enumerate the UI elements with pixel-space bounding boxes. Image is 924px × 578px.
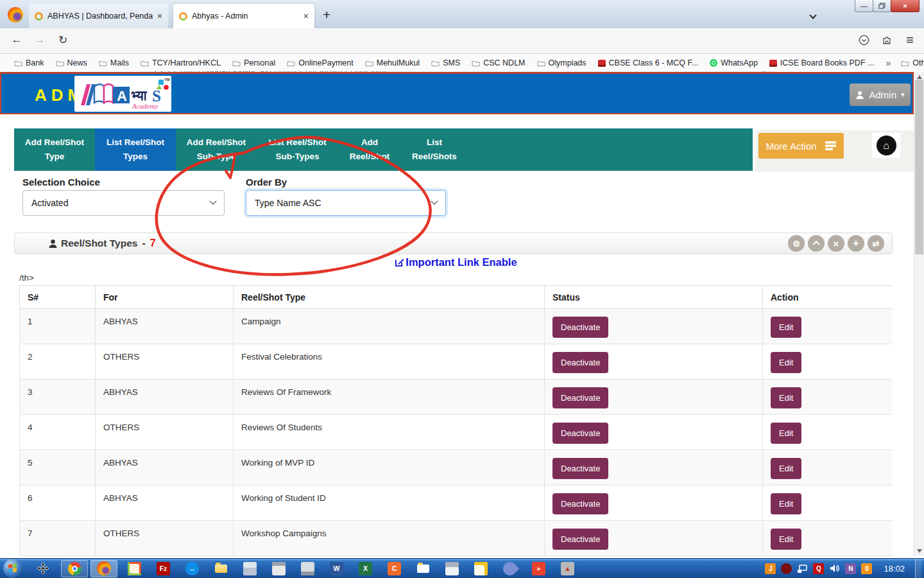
bookmark-item[interactable]: SMS xyxy=(431,58,460,67)
paint-drop-icon[interactable] xyxy=(501,559,520,578)
bookmarks-overflow-icon[interactable]: » xyxy=(886,58,891,68)
filezilla-icon[interactable]: Fz xyxy=(157,562,170,575)
tab-list-reelshots[interactable]: List Reel/Shots xyxy=(401,128,468,171)
scrollbar-thumb[interactable] xyxy=(915,80,923,254)
scroll-up-icon[interactable] xyxy=(917,75,922,79)
tab-close-icon[interactable]: × xyxy=(157,12,162,21)
java-tray-icon[interactable]: J xyxy=(765,563,776,574)
extension-icon[interactable] xyxy=(879,35,894,48)
volume-tray-icon[interactable] xyxy=(829,563,840,574)
minimize-button[interactable]: — xyxy=(855,0,873,12)
edit-button[interactable]: Edit xyxy=(771,352,801,373)
file-explorer-icon[interactable] xyxy=(214,562,228,575)
bookmark-item[interactable]: Mails xyxy=(99,58,129,67)
back-icon[interactable]: ← xyxy=(9,33,24,46)
collapse-icon[interactable] xyxy=(808,235,825,252)
onenote-tray-icon[interactable]: N xyxy=(845,563,856,574)
bookmark-item[interactable]: ICSE Board Books PDF ... xyxy=(769,58,875,67)
corel-icon[interactable]: C xyxy=(388,562,401,575)
edit-button[interactable]: Edit xyxy=(771,423,801,444)
tab-list-reelshot-subtypes[interactable]: List Reel/Shot Sub-Types xyxy=(257,128,338,171)
edit-button[interactable]: Edit xyxy=(771,387,801,408)
edit-button[interactable]: Edit xyxy=(771,493,801,514)
bookmark-item[interactable]: News xyxy=(56,58,87,67)
add-icon[interactable]: + xyxy=(848,235,864,252)
deactivate-button[interactable]: Deactivate xyxy=(552,529,608,550)
bookmark-item[interactable]: CSC NDLM xyxy=(472,58,525,67)
page-scrollbar[interactable] xyxy=(914,72,924,556)
scanner-icon[interactable] xyxy=(301,562,314,575)
radmin-icon[interactable]: ▲ xyxy=(561,562,574,575)
excel-icon[interactable]: X xyxy=(359,562,372,575)
restore-button[interactable] xyxy=(873,0,891,12)
print-queue-icon[interactable] xyxy=(445,562,459,575)
order-by-select[interactable]: Type Name ASC xyxy=(246,190,446,216)
show-desktop-button[interactable] xyxy=(915,559,921,578)
bookmark-item[interactable]: MehulMukul xyxy=(365,58,420,67)
deactivate-button[interactable]: Deactivate xyxy=(552,352,608,373)
more-action-button[interactable]: More Action xyxy=(758,133,844,159)
media-app-icon[interactable] xyxy=(128,562,141,575)
bookmark-item[interactable]: Personal xyxy=(232,58,275,67)
menu-hamburger-icon[interactable]: ≡ xyxy=(902,33,918,48)
teamviewer-icon[interactable]: ↔ xyxy=(185,562,199,575)
start-button[interactable] xyxy=(3,559,22,578)
tab-add-reelshot-subtype[interactable]: Add Reel/Shot Sub-Type xyxy=(176,128,257,171)
quickheal-tray-icon[interactable]: Q xyxy=(813,563,824,574)
tab-close-icon[interactable]: × xyxy=(304,12,309,21)
edit-button[interactable]: Edit xyxy=(771,317,801,338)
reload-swap-icon[interactable]: ⇄ xyxy=(868,235,884,252)
refresh-icon[interactable]: ↻ xyxy=(55,33,71,47)
tab-add-reelshot[interactable]: Add Reel/Shot xyxy=(338,128,401,171)
browser-tab-admin[interactable]: Abhyas - Admin × xyxy=(173,4,314,28)
settings-gear-icon[interactable]: ⚙ xyxy=(788,235,805,252)
taskbar-clock[interactable]: 18:02 xyxy=(884,564,905,574)
deactivate-button[interactable]: Deactivate xyxy=(552,423,608,444)
admin-user-dropdown[interactable]: Admin ▾ xyxy=(850,83,911,106)
important-link-enable[interactable]: Important Link Enable xyxy=(19,256,893,268)
selection-choice-select[interactable]: Activated xyxy=(22,190,225,216)
bookmark-item[interactable]: WhatsApp xyxy=(710,58,758,67)
home-shortcut[interactable]: ⌂ xyxy=(872,133,900,158)
network-tray-icon[interactable] xyxy=(797,563,808,574)
zero-badge-tray-icon[interactable]: 0 xyxy=(861,563,872,574)
bookmark-item[interactable]: TCY/Hartron/HKCL xyxy=(141,58,221,67)
close-button[interactable]: × xyxy=(891,0,920,12)
printer-icon[interactable] xyxy=(272,562,286,575)
deactivate-button[interactable]: Deactivate xyxy=(552,458,608,479)
word-icon[interactable]: W xyxy=(330,562,343,575)
folder-icon xyxy=(232,60,241,67)
new-tab-button[interactable]: + xyxy=(323,7,330,22)
deactivate-button[interactable]: Deactivate xyxy=(552,387,608,408)
forward-icon[interactable]: → xyxy=(32,33,47,46)
scroll-down-icon[interactable] xyxy=(917,549,922,553)
move-tool-icon[interactable] xyxy=(37,562,49,575)
tab-add-reelshot-type[interactable]: Add Reel/Shot Type xyxy=(14,128,95,171)
pocket-icon[interactable] xyxy=(856,35,871,49)
deactivate-button[interactable]: Deactivate xyxy=(552,493,608,514)
chrome-taskbar-button[interactable] xyxy=(61,560,88,577)
bookmark-item[interactable]: Bank xyxy=(14,58,44,67)
shared-folder-icon[interactable] xyxy=(416,562,430,575)
bookmark-label: TCY/Hartron/HKCL xyxy=(152,58,221,67)
list-all-tabs-icon[interactable] xyxy=(810,9,817,16)
launcher-icon[interactable]: » xyxy=(532,562,545,575)
tab-list-reelshot-types[interactable]: List Reel/Shot Types xyxy=(95,128,176,171)
cell-sn: 4 xyxy=(20,415,96,450)
bookmark-item[interactable]: OnlinePayment xyxy=(287,58,353,67)
close-panel-icon[interactable]: × xyxy=(828,235,844,252)
bookmark-label: MehulMukul xyxy=(377,58,420,67)
deactivate-button[interactable]: Deactivate xyxy=(552,317,608,338)
firefox-taskbar-button[interactable] xyxy=(90,560,117,577)
bookmark-label: ICSE Board Books PDF ... xyxy=(780,58,875,67)
calculator-icon[interactable] xyxy=(243,562,257,575)
bookmark-item[interactable]: Olympiads xyxy=(537,58,586,67)
firefox-app-icon[interactable] xyxy=(8,7,23,22)
notes-icon[interactable] xyxy=(474,562,488,575)
edit-button[interactable]: Edit xyxy=(771,529,801,550)
other-bookmarks[interactable]: Other Bookmarks xyxy=(901,58,924,67)
recording-tray-icon[interactable] xyxy=(781,563,792,574)
edit-button[interactable]: Edit xyxy=(771,458,801,479)
browser-tab-dashboard[interactable]: ABHYAS | Dashboard, Pendancy × xyxy=(29,4,168,28)
bookmark-item[interactable]: CBSE Class 6 - MCQ F... xyxy=(598,58,699,67)
